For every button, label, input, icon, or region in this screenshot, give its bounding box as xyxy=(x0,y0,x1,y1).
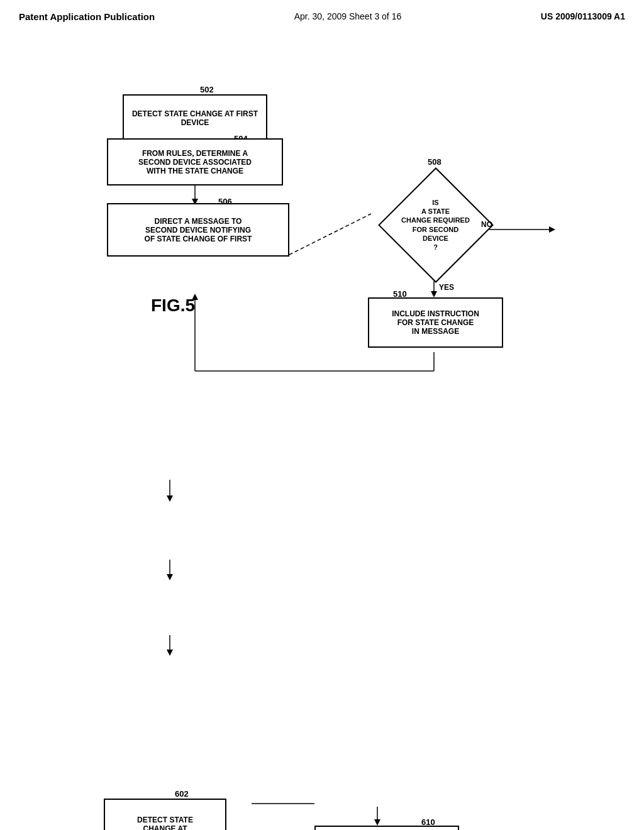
svg-marker-20 xyxy=(374,819,380,826)
header-patent-number: US 2009/0113009 A1 xyxy=(541,11,625,21)
svg-line-4 xyxy=(289,214,371,255)
yes-label-508: YES xyxy=(439,283,454,292)
fig6-diagram: 602 DETECT STATECHANGE ATFIRST DEVICE 60… xyxy=(19,412,625,789)
fig5-label: FIG.5 xyxy=(151,296,195,316)
header-publication: Patent Application Publication xyxy=(19,11,155,22)
box-610: PREPARE RESPONSEAT SECOND DEVICE xyxy=(314,826,459,830)
label-508: 508 xyxy=(428,157,441,167)
fig5-diagram: 502 DETECT STATE CHANGE AT FIRST DEVICE … xyxy=(19,35,625,399)
label-502: 502 xyxy=(200,85,214,94)
box-504: FROM RULES, DETERMINE ASECOND DEVICE ASS… xyxy=(107,138,283,185)
no-label-508: NO xyxy=(481,220,492,229)
diamond-508: ISA STATECHANGE REQUIREDFOR SECONDDEVICE… xyxy=(377,167,494,283)
page-header: Patent Application Publication Apr. 30, … xyxy=(0,0,644,28)
box-510: INCLUDE INSTRUCTIONFOR STATE CHANGEIN ME… xyxy=(368,297,503,348)
svg-marker-8 xyxy=(431,291,437,297)
fig6-arrows xyxy=(19,412,625,789)
label-602: 602 xyxy=(175,789,189,799)
header-date-sheet: Apr. 30, 2009 Sheet 3 of 16 xyxy=(294,11,401,21)
svg-marker-6 xyxy=(549,226,555,233)
svg-marker-14 xyxy=(167,495,173,502)
main-content: 502 DETECT STATE CHANGE AT FIRST DEVICE … xyxy=(0,28,644,795)
box-602: DETECT STATECHANGE ATFIRST DEVICE xyxy=(104,799,226,830)
svg-marker-16 xyxy=(167,574,173,580)
svg-marker-18 xyxy=(167,650,173,656)
box-506: DIRECT A MESSAGE TOSECOND DEVICE NOTIFYI… xyxy=(107,203,289,257)
